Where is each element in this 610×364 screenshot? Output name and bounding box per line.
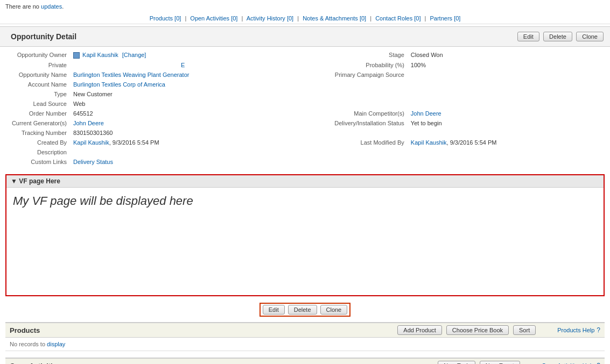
products-actions: Add Product Choose Price Book Sort Produ… [396, 325, 600, 335]
current-generators-link[interactable]: John Deere [73, 120, 104, 126]
updates-link[interactable]: updates [41, 3, 62, 10]
products-section-header: Products Add Product Choose Price Book S… [5, 322, 605, 338]
table-row: Created By Kapil Kaushik, 9/3/2016 5:54 … [5, 138, 605, 147]
primary-campaign-label: Primary Campaign Source [331, 70, 408, 80]
opportunity-name-label: Opportunity Name [5, 70, 70, 80]
choose-price-book-button[interactable]: Choose Price Book [446, 325, 509, 335]
last-modified-label: Last Modified By [331, 138, 408, 147]
lead-source-label: Lead Source [5, 99, 70, 109]
edit-button-top[interactable]: Edit [517, 32, 539, 41]
table-row: Type New Customer [5, 89, 605, 99]
tracking-number-value: 830150301360 [70, 128, 331, 138]
custom-links-value: Delivery Status [70, 157, 331, 167]
edit-inline-link[interactable]: E [181, 62, 185, 68]
probability-label: Probability (%) [331, 60, 408, 70]
stage-label: Stage [331, 50, 408, 60]
opportunity-owner-value: Kapil Kaushik [Change] [70, 50, 331, 60]
last-modified-link[interactable]: Kapil Kaushik [411, 139, 447, 146]
products-help-link[interactable]: Products Help [557, 327, 594, 333]
sort-button[interactable]: Sort [513, 325, 536, 335]
custom-links-label: Custom Links [5, 157, 70, 167]
open-activities-header: Open Activities New Task New Event Open … [5, 358, 605, 364]
nav-open-activities[interactable]: Open Activities [0] [190, 15, 237, 22]
open-activities-section: Open Activities New Task New Event Open … [5, 358, 605, 364]
created-by-link[interactable]: Kapil Kaushik [73, 139, 109, 146]
last-modified-value: Kapil Kaushik, 9/3/2016 5:54 PM [408, 138, 605, 147]
top-action-buttons: Edit Delete Clone [516, 32, 605, 41]
private-value: E [70, 60, 331, 70]
primary-campaign-value [408, 70, 605, 80]
type-value: New Customer [70, 89, 331, 99]
bottom-action-bar: Edit Delete Clone [0, 301, 610, 319]
products-section: Products Add Product Choose Price Book S… [5, 322, 605, 351]
opportunity-owner-label: Opportunity Owner [5, 50, 70, 60]
delivery-status-value: Yet to begin [408, 118, 605, 128]
delivery-status-label: Delivery/Installation Status [331, 118, 408, 128]
vf-collapse-icon: ▼ [11, 177, 17, 185]
account-name-link[interactable]: Burlington Textiles Corp of America [73, 81, 165, 88]
nav-activity-history[interactable]: Activity History [0] [247, 15, 293, 22]
nav-partners[interactable]: Partners [0] [430, 15, 461, 22]
nav-bar: Products [0] | Open Activities [0] | Act… [0, 13, 610, 24]
delete-button-top[interactable]: Delete [543, 32, 572, 41]
created-by-label: Created By [5, 138, 70, 147]
clone-button-top[interactable]: Clone [576, 32, 604, 41]
table-row: Private E Probability (%) 100% [5, 60, 605, 70]
current-generators-label: Current Generator(s) [5, 118, 70, 128]
products-title: Products [10, 326, 40, 334]
order-number-label: Order Number [5, 109, 70, 118]
delete-button-bottom[interactable]: Delete [288, 305, 317, 315]
description-label: Description [5, 147, 70, 157]
owner-icon [73, 52, 80, 59]
tracking-number-label: Tracking Number [5, 128, 70, 138]
description-value [70, 147, 331, 157]
main-competitor-link[interactable]: John Deere [411, 110, 441, 117]
owner-link[interactable]: Kapil Kaushik [82, 52, 118, 58]
account-name-label: Account Name [5, 80, 70, 89]
nav-contact-roles[interactable]: Contact Roles [0] [375, 15, 420, 22]
current-generators-value: John Deere [70, 118, 331, 128]
detail-section: Opportunity Owner Kapil Kaushik [Change]… [0, 47, 610, 170]
vf-section-header[interactable]: ▼ VF page Here [6, 175, 604, 188]
products-help-icon: ? [597, 326, 600, 334]
detail-table: Opportunity Owner Kapil Kaushik [Change]… [5, 50, 605, 167]
type-label: Type [5, 89, 70, 99]
lead-source-value: Web [70, 99, 331, 109]
nav-notes[interactable]: Notes & Attachments [0] [303, 15, 366, 22]
account-name-value: Burlington Textiles Corp of America [70, 80, 331, 89]
stage-value: Closed Won [408, 50, 605, 60]
table-row: Order Number 645512 Main Competitor(s) J… [5, 109, 605, 118]
change-link[interactable]: [Change] [122, 52, 146, 58]
bottom-button-group: Edit Delete Clone [260, 303, 351, 317]
delivery-status-link[interactable]: Delivery Status [73, 159, 113, 165]
products-display-link[interactable]: display [47, 341, 65, 347]
main-competitor-value: John Deere [408, 109, 605, 118]
top-bar: There are no updates. [0, 0, 610, 13]
vf-section-title: VF page Here [19, 177, 60, 185]
table-row: Tracking Number 830150301360 [5, 128, 605, 138]
created-by-value: Kapil Kaushik, 9/3/2016 5:54 PM [70, 138, 331, 147]
table-row: Opportunity Name Burlington Textiles Wea… [5, 70, 605, 80]
open-activities-title: Open Activities [10, 362, 60, 364]
clone-button-bottom[interactable]: Clone [320, 305, 348, 315]
open-activities-actions: New Task New Event Open Activities Help … [437, 361, 600, 364]
edit-button-bottom[interactable]: Edit [263, 305, 285, 315]
page-title: Opportunity Detail [5, 29, 82, 44]
opportunity-name-link[interactable]: Burlington Textiles Weaving Plant Genera… [73, 72, 189, 78]
table-row: Opportunity Owner Kapil Kaushik [Change]… [5, 50, 605, 60]
main-competitor-label: Main Competitor(s) [331, 109, 408, 118]
private-label: Private [5, 60, 70, 70]
order-number-value: 645512 [70, 109, 331, 118]
add-product-button[interactable]: Add Product [397, 325, 442, 335]
products-body: No records to display [5, 338, 605, 351]
table-row: Account Name Burlington Textiles Corp of… [5, 80, 605, 89]
probability-value: 100% [408, 60, 605, 70]
nav-products[interactable]: Products [0] [150, 15, 181, 22]
vf-placeholder-text: My VF page will be displayed here [13, 194, 597, 208]
vf-section-body: My VF page will be displayed here [6, 188, 604, 295]
opportunity-name-value: Burlington Textiles Weaving Plant Genera… [70, 70, 331, 80]
vf-section: ▼ VF page Here My VF page will be displa… [5, 174, 605, 296]
new-event-button[interactable]: New Event [480, 361, 520, 364]
new-task-button[interactable]: New Task [438, 361, 475, 364]
table-row: Lead Source Web [5, 99, 605, 109]
